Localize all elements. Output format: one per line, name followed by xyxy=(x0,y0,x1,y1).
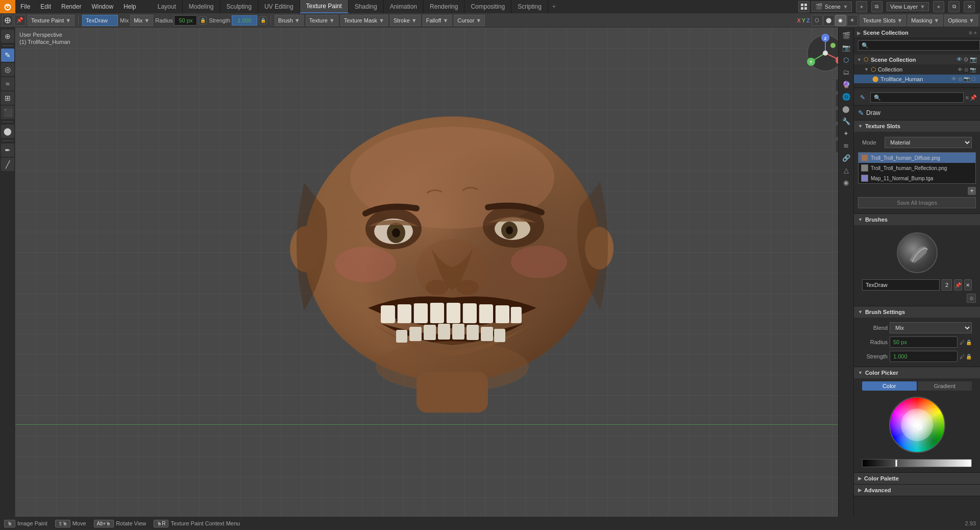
tool-annotate[interactable]: ✒ xyxy=(1,143,14,157)
tool-soften[interactable]: ◎ xyxy=(1,63,14,76)
pin-icon[interactable]: 📌 xyxy=(970,94,977,101)
coll-camera[interactable]: 📷 xyxy=(970,67,976,73)
editor-type-btn[interactable] xyxy=(798,1,810,12)
color-wheel[interactable] xyxy=(889,397,945,453)
strength-lock[interactable]: 🔒 xyxy=(966,354,972,359)
brushes-options-btn[interactable]: ⚙ xyxy=(967,294,976,303)
texture-mask-dropdown[interactable]: Texture Mask ▼ xyxy=(340,15,388,26)
tab-sculpting[interactable]: Sculpting xyxy=(220,0,258,13)
masking-btn[interactable]: Masking ▼ xyxy=(908,15,943,26)
tool-cursor[interactable]: ⊕ xyxy=(1,30,14,43)
radius-value[interactable]: 50 px xyxy=(890,336,958,348)
radius-input[interactable] xyxy=(174,15,197,26)
copy-scene-btn[interactable]: ⧉ xyxy=(871,1,883,12)
radius-use-pressure[interactable]: 🖊 xyxy=(960,340,965,345)
mode-dropdown[interactable]: Texture Paint ▼ xyxy=(28,15,75,26)
texture-slots-btn[interactable]: Texture Slots ▼ xyxy=(860,15,906,26)
brush-settings-header[interactable]: ▼ Brush Settings xyxy=(854,306,980,318)
new-scene-btn[interactable]: + xyxy=(856,1,867,12)
coll-eye[interactable]: 👁 xyxy=(958,67,963,73)
sc-visibility[interactable]: 👁 xyxy=(957,56,962,63)
shading-wireframe[interactable]: ⬡ xyxy=(812,15,823,26)
scene-collection-row[interactable]: ▼ ⬡ Scene Collection 👁 ⊙ 📷 xyxy=(854,55,980,64)
tool-smear[interactable]: ≈ xyxy=(1,77,14,90)
shading-rendered[interactable]: ☀ xyxy=(847,15,858,26)
props-scene2[interactable]: 🔮 xyxy=(841,79,852,90)
axis-x-label[interactable]: X xyxy=(797,17,800,23)
tool-fill[interactable]: ⬛ xyxy=(1,106,14,119)
menu-window[interactable]: Window xyxy=(86,0,118,13)
tab-layout[interactable]: Layout xyxy=(152,0,183,13)
viewport-pin[interactable]: 📌 xyxy=(14,15,26,26)
strength-value[interactable]: 1.000 xyxy=(890,351,958,362)
tab-uv-editing[interactable]: UV Editing xyxy=(258,0,300,13)
obj-cam[interactable]: 📷 xyxy=(964,76,970,82)
axis-z-label[interactable]: Z xyxy=(806,17,810,23)
props-constraints[interactable]: 🔗 xyxy=(841,152,852,163)
brush-close[interactable]: ✕ xyxy=(964,279,972,291)
tab-shading[interactable]: Shading xyxy=(349,0,384,13)
texture-slot-2[interactable]: Map_11_Normal_Bump.tga xyxy=(859,173,975,183)
sc-restrict[interactable]: ⊙ xyxy=(964,56,968,63)
menu-file[interactable]: File xyxy=(15,0,35,13)
brush-dropdown[interactable]: Brush ▼ xyxy=(275,15,304,26)
texture-slot-0[interactable]: Troll_Troll_human_Diffuse.png xyxy=(859,153,975,163)
advanced-header[interactable]: ▶ Advanced xyxy=(854,485,980,496)
props-scene[interactable]: 🎬 xyxy=(841,30,852,41)
options-btn[interactable]: Options ▼ xyxy=(944,15,978,26)
radius-lock-icon[interactable]: 🔒 xyxy=(966,340,972,345)
tool-clone[interactable]: ⊞ xyxy=(1,91,14,105)
props-view-layer[interactable]: 🗂 xyxy=(841,66,852,78)
axis-y-label[interactable]: Y xyxy=(802,17,805,23)
texture-dropdown[interactable]: Texture ▼ xyxy=(306,15,338,26)
blend-select[interactable]: Mix xyxy=(890,322,972,333)
add-texture-btn[interactable]: + xyxy=(968,187,976,195)
strength-input[interactable] xyxy=(232,15,257,26)
props-object[interactable]: ⬤ xyxy=(841,103,852,114)
sc-new-icon[interactable]: + xyxy=(974,30,977,36)
scene-selector[interactable]: 🎬 Scene ▼ xyxy=(812,2,852,12)
texture-slots-header[interactable]: ▼ Texture Slots xyxy=(854,121,980,132)
remove-view-layer-btn[interactable]: ✕ xyxy=(964,1,975,12)
cursor-dropdown[interactable]: Cursor ▼ xyxy=(454,15,485,26)
new-view-layer-btn[interactable]: + xyxy=(933,1,944,12)
color-tab[interactable]: Color xyxy=(862,381,917,391)
strength-pressure[interactable]: 🖊 xyxy=(960,354,965,359)
props-physics[interactable]: ≋ xyxy=(841,140,852,151)
color-picker-header[interactable]: ▼ Color Picker xyxy=(854,367,980,378)
tool-mask[interactable]: ⬤ xyxy=(1,125,14,138)
tool-draw[interactable]: ✎ xyxy=(1,49,14,62)
brush-name-dropdown[interactable]: TexDraw xyxy=(82,15,118,26)
obj-render[interactable]: ⬡ xyxy=(971,76,976,82)
brushes-header[interactable]: ▼ Brushes xyxy=(854,214,980,225)
object-trollface[interactable]: ⬤ Trollface_Human 👁 ⊙ 📷 ⬡ xyxy=(854,75,980,83)
outliner-search[interactable] xyxy=(858,40,980,51)
paint-icon[interactable]: ✎ xyxy=(857,92,868,103)
gradient-tab[interactable]: Gradient xyxy=(918,381,972,391)
tool-annotate-line[interactable]: ╱ xyxy=(1,158,14,171)
menu-render[interactable]: Render xyxy=(56,0,86,13)
props-material[interactable]: ◉ xyxy=(841,177,852,188)
props-output[interactable]: ⬡ xyxy=(841,54,852,65)
strength-lock[interactable]: 🔒 xyxy=(259,16,267,25)
color-wheel-container[interactable] xyxy=(858,393,976,457)
view-layer-selector[interactable]: View Layer ▼ xyxy=(887,2,929,11)
coll-restrict[interactable]: ⊙ xyxy=(964,67,968,73)
stroke-dropdown[interactable]: Stroke ▼ xyxy=(390,15,421,26)
collection-item[interactable]: ▼ ⬡ Collection 👁 ⊙ 📷 xyxy=(854,64,980,75)
mode-select[interactable]: Material xyxy=(885,137,972,148)
blend-dropdown[interactable]: Mix ▼ xyxy=(130,15,153,26)
props-particles[interactable]: ✦ xyxy=(841,128,852,139)
shading-solid[interactable]: ⬤ xyxy=(823,15,835,26)
sc-camera[interactable]: 📷 xyxy=(970,56,977,63)
brush-pin[interactable]: 📌 xyxy=(954,279,962,291)
obj-eye[interactable]: 👁 xyxy=(951,76,957,82)
props-data[interactable]: △ xyxy=(841,164,852,176)
texture-slot-1[interactable]: Troll_Troll_human_Reflection.png xyxy=(859,163,975,173)
tab-texture-paint[interactable]: Texture Paint xyxy=(300,0,349,13)
props-modifiers[interactable]: 🔧 xyxy=(841,115,852,127)
props-search[interactable] xyxy=(870,92,964,103)
add-workspace-tab[interactable]: + xyxy=(548,3,560,10)
tab-compositing[interactable]: Compositing xyxy=(464,0,511,13)
obj-sel[interactable]: ⊙ xyxy=(958,76,962,82)
